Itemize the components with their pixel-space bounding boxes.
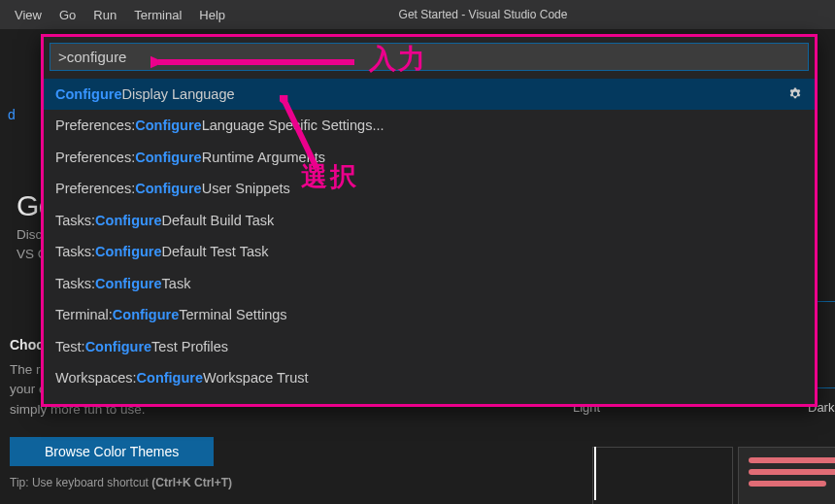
palette-item-8[interactable]: Test: Configure Test Profiles — [44, 331, 815, 362]
palette-item-4[interactable]: Tasks: Configure Default Build Task — [44, 205, 815, 236]
gear-icon[interactable] — [787, 86, 803, 102]
separator — [594, 447, 596, 500]
theme-preview-extra-1[interactable] — [592, 447, 733, 504]
menu-bar: View Go Run Terminal Help Get Started - … — [0, 0, 835, 29]
palette-item-5[interactable]: Tasks: Configure Default Test Task — [44, 236, 815, 267]
menu-help[interactable]: Help — [190, 4, 234, 26]
command-palette-input[interactable] — [50, 43, 809, 71]
palette-item-2[interactable]: Preferences: Configure Runtime Arguments — [44, 142, 815, 173]
menu-view[interactable]: View — [6, 4, 50, 26]
theme-tip: Tip: Use keyboard shortcut (Ctrl+K Ctrl+… — [10, 476, 340, 489]
browse-color-themes-button[interactable]: Browse Color Themes — [10, 437, 214, 466]
menu-go[interactable]: Go — [50, 4, 84, 26]
annotation-label-select: 選択 — [301, 159, 359, 194]
window-title: Get Started - Visual Studio Code — [234, 8, 829, 21]
partial-text: d — [8, 107, 16, 122]
menu-terminal[interactable]: Terminal — [125, 4, 190, 26]
palette-item-3[interactable]: Preferences: Configure User Snippets — [44, 173, 815, 204]
command-palette-list: Configure Display LanguagePreferences: C… — [44, 77, 815, 404]
palette-item-6[interactable]: Tasks: Configure Task — [44, 268, 815, 299]
command-palette: Configure Display LanguagePreferences: C… — [41, 34, 818, 407]
palette-item-0[interactable]: Configure Display Language — [44, 79, 815, 110]
theme-preview-extra-2[interactable] — [738, 447, 835, 504]
palette-item-7[interactable]: Terminal: Configure Terminal Settings — [44, 299, 815, 330]
palette-item-9[interactable]: Workspaces: Configure Workspace Trust — [44, 362, 815, 393]
palette-item-1[interactable]: Preferences: Configure Language Specific… — [44, 110, 815, 141]
annotation-label-input: 入力 — [369, 41, 427, 78]
menu-run[interactable]: Run — [84, 4, 125, 26]
